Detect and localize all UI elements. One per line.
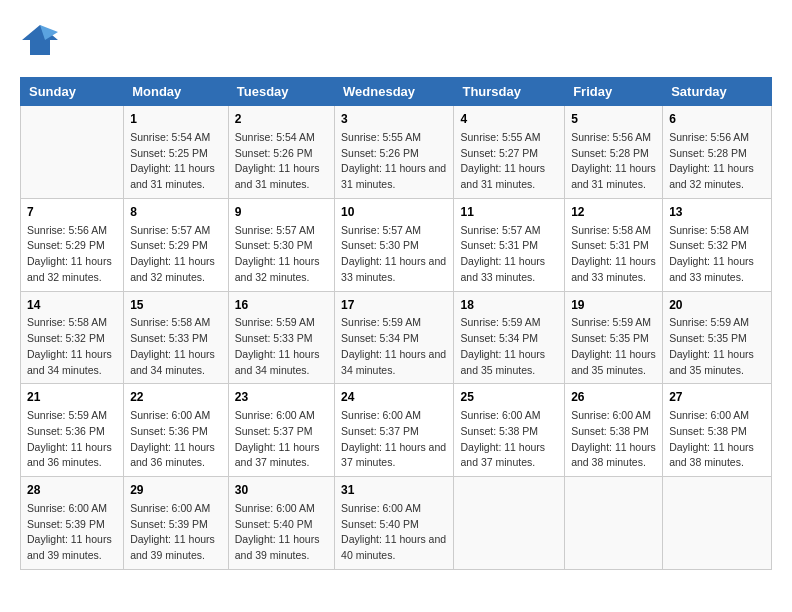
day-number: 24	[341, 389, 447, 406]
calendar-cell: 22Sunrise: 6:00 AMSunset: 5:36 PMDayligh…	[124, 384, 229, 477]
calendar-cell: 17Sunrise: 5:59 AMSunset: 5:34 PMDayligh…	[335, 291, 454, 384]
calendar-cell: 31Sunrise: 6:00 AMSunset: 5:40 PMDayligh…	[335, 477, 454, 570]
day-info: Sunrise: 5:59 AMSunset: 5:36 PMDaylight:…	[27, 409, 112, 468]
day-number: 28	[27, 482, 117, 499]
calendar-cell: 29Sunrise: 6:00 AMSunset: 5:39 PMDayligh…	[124, 477, 229, 570]
day-info: Sunrise: 6:00 AMSunset: 5:40 PMDaylight:…	[341, 502, 446, 561]
week-row-5: 28Sunrise: 6:00 AMSunset: 5:39 PMDayligh…	[21, 477, 772, 570]
day-info: Sunrise: 5:57 AMSunset: 5:31 PMDaylight:…	[460, 224, 545, 283]
calendar-cell: 18Sunrise: 5:59 AMSunset: 5:34 PMDayligh…	[454, 291, 565, 384]
day-info: Sunrise: 6:00 AMSunset: 5:39 PMDaylight:…	[27, 502, 112, 561]
day-info: Sunrise: 6:00 AMSunset: 5:37 PMDaylight:…	[341, 409, 446, 468]
day-number: 26	[571, 389, 656, 406]
week-row-3: 14Sunrise: 5:58 AMSunset: 5:32 PMDayligh…	[21, 291, 772, 384]
day-info: Sunrise: 5:56 AMSunset: 5:28 PMDaylight:…	[669, 131, 754, 190]
day-info: Sunrise: 5:58 AMSunset: 5:31 PMDaylight:…	[571, 224, 656, 283]
day-info: Sunrise: 5:56 AMSunset: 5:29 PMDaylight:…	[27, 224, 112, 283]
day-number: 19	[571, 297, 656, 314]
calendar-cell	[565, 477, 663, 570]
calendar-cell: 7Sunrise: 5:56 AMSunset: 5:29 PMDaylight…	[21, 198, 124, 291]
day-number: 30	[235, 482, 328, 499]
calendar-cell	[663, 477, 772, 570]
calendar-cell: 3Sunrise: 5:55 AMSunset: 5:26 PMDaylight…	[335, 106, 454, 199]
day-number: 10	[341, 204, 447, 221]
header-row: SundayMondayTuesdayWednesdayThursdayFrid…	[21, 78, 772, 106]
day-number: 25	[460, 389, 558, 406]
day-info: Sunrise: 5:54 AMSunset: 5:26 PMDaylight:…	[235, 131, 320, 190]
calendar-cell: 25Sunrise: 6:00 AMSunset: 5:38 PMDayligh…	[454, 384, 565, 477]
calendar-cell: 16Sunrise: 5:59 AMSunset: 5:33 PMDayligh…	[228, 291, 334, 384]
week-row-1: 1Sunrise: 5:54 AMSunset: 5:25 PMDaylight…	[21, 106, 772, 199]
day-number: 20	[669, 297, 765, 314]
week-row-2: 7Sunrise: 5:56 AMSunset: 5:29 PMDaylight…	[21, 198, 772, 291]
day-info: Sunrise: 5:59 AMSunset: 5:35 PMDaylight:…	[571, 316, 656, 375]
day-number: 16	[235, 297, 328, 314]
day-info: Sunrise: 5:55 AMSunset: 5:27 PMDaylight:…	[460, 131, 545, 190]
calendar-cell: 13Sunrise: 5:58 AMSunset: 5:32 PMDayligh…	[663, 198, 772, 291]
calendar-cell: 2Sunrise: 5:54 AMSunset: 5:26 PMDaylight…	[228, 106, 334, 199]
day-info: Sunrise: 5:56 AMSunset: 5:28 PMDaylight:…	[571, 131, 656, 190]
day-info: Sunrise: 6:00 AMSunset: 5:38 PMDaylight:…	[460, 409, 545, 468]
logo	[20, 20, 64, 67]
calendar-cell	[21, 106, 124, 199]
column-header-wednesday: Wednesday	[335, 78, 454, 106]
calendar-cell: 21Sunrise: 5:59 AMSunset: 5:36 PMDayligh…	[21, 384, 124, 477]
day-info: Sunrise: 6:00 AMSunset: 5:36 PMDaylight:…	[130, 409, 215, 468]
day-info: Sunrise: 5:57 AMSunset: 5:30 PMDaylight:…	[235, 224, 320, 283]
column-header-monday: Monday	[124, 78, 229, 106]
day-number: 18	[460, 297, 558, 314]
logo-icon	[20, 20, 60, 67]
day-number: 14	[27, 297, 117, 314]
day-number: 13	[669, 204, 765, 221]
day-info: Sunrise: 5:59 AMSunset: 5:35 PMDaylight:…	[669, 316, 754, 375]
day-number: 21	[27, 389, 117, 406]
day-info: Sunrise: 5:59 AMSunset: 5:34 PMDaylight:…	[341, 316, 446, 375]
day-info: Sunrise: 5:59 AMSunset: 5:33 PMDaylight:…	[235, 316, 320, 375]
calendar-cell: 26Sunrise: 6:00 AMSunset: 5:38 PMDayligh…	[565, 384, 663, 477]
calendar-table: SundayMondayTuesdayWednesdayThursdayFrid…	[20, 77, 772, 570]
calendar-cell: 5Sunrise: 5:56 AMSunset: 5:28 PMDaylight…	[565, 106, 663, 199]
day-info: Sunrise: 6:00 AMSunset: 5:40 PMDaylight:…	[235, 502, 320, 561]
day-number: 8	[130, 204, 222, 221]
day-number: 12	[571, 204, 656, 221]
day-number: 3	[341, 111, 447, 128]
day-number: 7	[27, 204, 117, 221]
calendar-cell: 24Sunrise: 6:00 AMSunset: 5:37 PMDayligh…	[335, 384, 454, 477]
calendar-body: 1Sunrise: 5:54 AMSunset: 5:25 PMDaylight…	[21, 106, 772, 570]
day-info: Sunrise: 5:57 AMSunset: 5:29 PMDaylight:…	[130, 224, 215, 283]
calendar-cell: 9Sunrise: 5:57 AMSunset: 5:30 PMDaylight…	[228, 198, 334, 291]
day-number: 27	[669, 389, 765, 406]
calendar-cell: 11Sunrise: 5:57 AMSunset: 5:31 PMDayligh…	[454, 198, 565, 291]
day-info: Sunrise: 5:57 AMSunset: 5:30 PMDaylight:…	[341, 224, 446, 283]
day-number: 1	[130, 111, 222, 128]
column-header-saturday: Saturday	[663, 78, 772, 106]
day-number: 5	[571, 111, 656, 128]
day-number: 29	[130, 482, 222, 499]
calendar-cell: 12Sunrise: 5:58 AMSunset: 5:31 PMDayligh…	[565, 198, 663, 291]
day-info: Sunrise: 5:58 AMSunset: 5:32 PMDaylight:…	[27, 316, 112, 375]
day-info: Sunrise: 5:58 AMSunset: 5:33 PMDaylight:…	[130, 316, 215, 375]
calendar-cell: 15Sunrise: 5:58 AMSunset: 5:33 PMDayligh…	[124, 291, 229, 384]
day-number: 4	[460, 111, 558, 128]
day-number: 6	[669, 111, 765, 128]
calendar-cell: 8Sunrise: 5:57 AMSunset: 5:29 PMDaylight…	[124, 198, 229, 291]
calendar-cell: 10Sunrise: 5:57 AMSunset: 5:30 PMDayligh…	[335, 198, 454, 291]
day-info: Sunrise: 5:59 AMSunset: 5:34 PMDaylight:…	[460, 316, 545, 375]
column-header-friday: Friday	[565, 78, 663, 106]
calendar-cell: 4Sunrise: 5:55 AMSunset: 5:27 PMDaylight…	[454, 106, 565, 199]
calendar-cell: 19Sunrise: 5:59 AMSunset: 5:35 PMDayligh…	[565, 291, 663, 384]
calendar-cell: 28Sunrise: 6:00 AMSunset: 5:39 PMDayligh…	[21, 477, 124, 570]
calendar-cell: 6Sunrise: 5:56 AMSunset: 5:28 PMDaylight…	[663, 106, 772, 199]
calendar-cell: 1Sunrise: 5:54 AMSunset: 5:25 PMDaylight…	[124, 106, 229, 199]
day-number: 15	[130, 297, 222, 314]
calendar-cell: 27Sunrise: 6:00 AMSunset: 5:38 PMDayligh…	[663, 384, 772, 477]
day-info: Sunrise: 5:55 AMSunset: 5:26 PMDaylight:…	[341, 131, 446, 190]
day-info: Sunrise: 6:00 AMSunset: 5:37 PMDaylight:…	[235, 409, 320, 468]
day-number: 31	[341, 482, 447, 499]
day-info: Sunrise: 6:00 AMSunset: 5:38 PMDaylight:…	[571, 409, 656, 468]
day-number: 2	[235, 111, 328, 128]
day-info: Sunrise: 5:54 AMSunset: 5:25 PMDaylight:…	[130, 131, 215, 190]
calendar-cell: 23Sunrise: 6:00 AMSunset: 5:37 PMDayligh…	[228, 384, 334, 477]
column-header-tuesday: Tuesday	[228, 78, 334, 106]
day-info: Sunrise: 5:58 AMSunset: 5:32 PMDaylight:…	[669, 224, 754, 283]
